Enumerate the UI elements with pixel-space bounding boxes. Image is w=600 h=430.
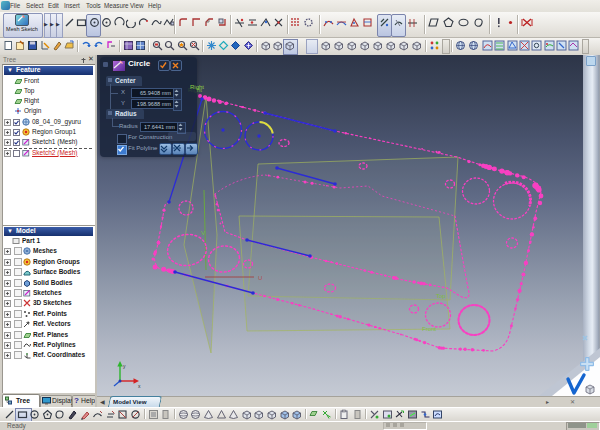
svg-text:Front: Front: [422, 326, 436, 332]
svg-text:x: x: [138, 383, 141, 389]
svg-text:V: V: [201, 230, 205, 236]
svg-text:U: U: [258, 275, 262, 281]
svg-text:y: y: [123, 363, 126, 369]
svg-text:Top: Top: [436, 293, 446, 299]
